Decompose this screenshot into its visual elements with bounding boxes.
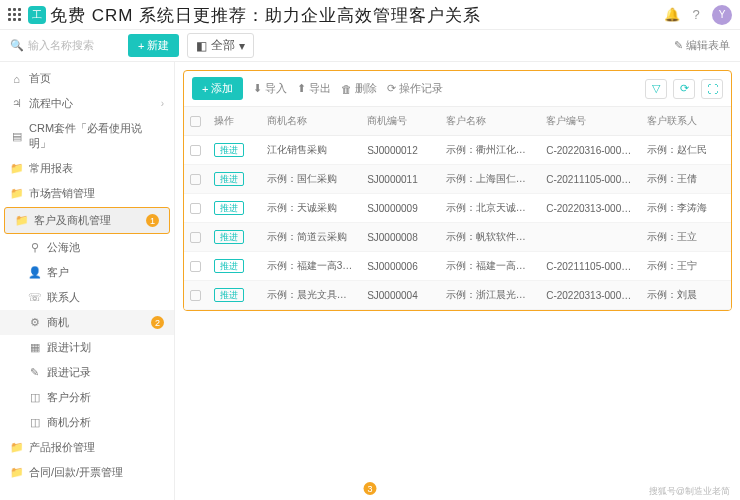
sidebar-item[interactable]: 📁合同/回款/开票管理 bbox=[0, 460, 174, 485]
column-header[interactable]: 客户名称 bbox=[440, 107, 540, 136]
sidebar-item[interactable]: ✎跟进记录 bbox=[0, 360, 174, 385]
sidebar-item[interactable]: ⚲公海池 bbox=[0, 235, 174, 260]
cell-code: SJ0000012 bbox=[361, 136, 440, 165]
sidebar-item-label: 流程中心 bbox=[29, 96, 73, 111]
column-header[interactable]: 商机名称 bbox=[261, 107, 361, 136]
cell-code: SJ0000008 bbox=[361, 223, 440, 252]
page-overlay-title: 免费 CRM 系统日更推荐：助力企业高效管理客户关系 bbox=[50, 4, 481, 27]
cell-contact: 示例：李涛海 bbox=[641, 194, 731, 223]
new-button[interactable]: + 新建 bbox=[128, 34, 179, 57]
folder-icon: 📁 bbox=[10, 466, 23, 479]
column-header[interactable]: 操作 bbox=[208, 107, 261, 136]
row-checkbox[interactable] bbox=[190, 203, 201, 214]
folder-icon: 📁 bbox=[10, 162, 23, 175]
push-button[interactable]: 推进 bbox=[214, 288, 244, 302]
cell-cust: 示例：浙江晨光文具… bbox=[440, 281, 540, 310]
import-button[interactable]: ⬇ 导入 bbox=[253, 81, 287, 96]
table-row[interactable]: 推进示例：福建一高3月订单SJ0000006示例：福建一高集团C-2021110… bbox=[184, 252, 731, 281]
row-checkbox[interactable] bbox=[190, 261, 201, 272]
sidebar-item[interactable]: 📁产品报价管理 bbox=[0, 435, 174, 460]
push-button[interactable]: 推进 bbox=[214, 201, 244, 215]
sidebar-item-label: 常用报表 bbox=[29, 161, 73, 176]
sidebar: ⌂首页♃流程中心›▤CRM套件「必看使用说明」📁常用报表📁市场营销管理📁客户及商… bbox=[0, 62, 175, 500]
column-header[interactable]: 客户编号 bbox=[540, 107, 640, 136]
sidebar-item-label: 客户分析 bbox=[47, 390, 91, 405]
sidebar-item[interactable]: 👤客户 bbox=[0, 260, 174, 285]
add-button[interactable]: + 添加 bbox=[192, 77, 243, 100]
cell-cust: 示例：衢州江化集团 bbox=[440, 136, 540, 165]
cell-contact: 示例：王宁 bbox=[641, 252, 731, 281]
table-row[interactable]: 推进示例：国仁采购SJ0000011示例：上海国仁有限…C-20211105-0… bbox=[184, 165, 731, 194]
edit-form-button[interactable]: ✎ 编辑表单 bbox=[674, 38, 730, 53]
push-button[interactable]: 推进 bbox=[214, 172, 244, 186]
sidebar-item-label: 联系人 bbox=[47, 290, 80, 305]
delete-button[interactable]: 🗑 删除 bbox=[341, 81, 377, 96]
sidebar-item-label: 跟进记录 bbox=[47, 365, 91, 380]
cell-cust-code: C-20220313-0000002 bbox=[540, 194, 640, 223]
log-button[interactable]: ⟳ 操作记录 bbox=[387, 81, 443, 96]
cell-name: 江化销售采购 bbox=[261, 136, 361, 165]
cell-code: SJ0000006 bbox=[361, 252, 440, 281]
cell-name: 示例：国仁采购 bbox=[261, 165, 361, 194]
filter-icon: ◧ bbox=[196, 39, 207, 53]
apps-grid-icon[interactable] bbox=[8, 8, 22, 22]
filter-dropdown[interactable]: ◧ 全部 ▾ bbox=[187, 33, 254, 58]
sidebar-item[interactable]: 📁市场营销管理 bbox=[0, 181, 174, 206]
row-checkbox[interactable] bbox=[190, 290, 201, 301]
cell-cust: 示例：帆软软件有限公司 bbox=[440, 223, 540, 252]
cell-cust: 示例：北京天诚软件… bbox=[440, 194, 540, 223]
sidebar-item[interactable]: ◫客户分析 bbox=[0, 385, 174, 410]
bell-icon[interactable]: 🔔 bbox=[664, 7, 680, 23]
row-checkbox[interactable] bbox=[190, 174, 201, 185]
contact-icon: ☏ bbox=[28, 291, 41, 304]
cell-name: 示例：晨光文具设备… bbox=[261, 281, 361, 310]
search-input[interactable]: 🔍 输入名称搜索 bbox=[10, 38, 120, 53]
column-header[interactable]: 商机编号 bbox=[361, 107, 440, 136]
sidebar-item-label: 首页 bbox=[29, 71, 51, 86]
table-row[interactable]: 推进江化销售采购SJ0000012示例：衢州江化集团C-20220316-000… bbox=[184, 136, 731, 165]
push-button[interactable]: 推进 bbox=[214, 143, 244, 157]
filter-icon-button[interactable]: ▽ bbox=[645, 79, 667, 99]
sidebar-item[interactable]: ▦跟进计划 bbox=[0, 335, 174, 360]
data-table: 操作商机名称商机编号客户名称客户编号客户联系人 推进江化销售采购SJ000001… bbox=[184, 107, 731, 310]
sidebar-item[interactable]: 📁客户及商机管理1 bbox=[4, 207, 170, 234]
folder-icon: 📁 bbox=[10, 441, 23, 454]
select-all-checkbox[interactable] bbox=[190, 116, 201, 127]
row-checkbox[interactable] bbox=[190, 232, 201, 243]
refresh-icon-button[interactable]: ⟳ bbox=[673, 79, 695, 99]
sidebar-item[interactable]: ⚙商机2 bbox=[0, 310, 174, 335]
cell-contact: 示例：刘晨 bbox=[641, 281, 731, 310]
row-checkbox[interactable] bbox=[190, 145, 201, 156]
sidebar-item[interactable]: ♃流程中心› bbox=[0, 91, 174, 116]
cell-code: SJ0000011 bbox=[361, 165, 440, 194]
cell-contact: 示例：王立 bbox=[641, 223, 731, 252]
table-row[interactable]: 推进示例：晨光文具设备…SJ0000004示例：浙江晨光文具…C-2022031… bbox=[184, 281, 731, 310]
sidebar-item[interactable]: ☏联系人 bbox=[0, 285, 174, 310]
push-button[interactable]: 推进 bbox=[214, 259, 244, 273]
sidebar-item[interactable]: 📁常用报表 bbox=[0, 156, 174, 181]
expand-icon-button[interactable]: ⛶ bbox=[701, 79, 723, 99]
chevron-right-icon: › bbox=[161, 98, 164, 109]
chevron-down-icon: ▾ bbox=[239, 39, 245, 53]
table-row[interactable]: 推进示例：简道云采购SJ0000008示例：帆软软件有限公司示例：王立 bbox=[184, 223, 731, 252]
rec-icon: ✎ bbox=[28, 366, 41, 379]
cell-name: 示例：福建一高3月订单 bbox=[261, 252, 361, 281]
sidebar-item-label: 公海池 bbox=[47, 240, 80, 255]
column-header[interactable]: 客户联系人 bbox=[641, 107, 731, 136]
module-badge[interactable]: 工 bbox=[28, 6, 46, 24]
help-icon[interactable]: ? bbox=[688, 7, 704, 23]
export-button[interactable]: ⬆ 导出 bbox=[297, 81, 331, 96]
sidebar-item-label: 产品报价管理 bbox=[29, 440, 95, 455]
sidebar-item[interactable]: ◫商机分析 bbox=[0, 410, 174, 435]
opp-icon: ⚙ bbox=[28, 316, 41, 329]
sidebar-item-label: 市场营销管理 bbox=[29, 186, 95, 201]
ana-icon: ◫ bbox=[28, 391, 41, 404]
main-toolbar: 🔍 输入名称搜索 + 新建 ◧ 全部 ▾ ✎ 编辑表单 bbox=[0, 30, 740, 62]
push-button[interactable]: 推进 bbox=[214, 230, 244, 244]
sidebar-item-label: CRM套件「必看使用说明」 bbox=[29, 121, 164, 151]
table-row[interactable]: 推进示例：天诚采购SJ0000009示例：北京天诚软件…C-20220313-0… bbox=[184, 194, 731, 223]
user-avatar[interactable]: Y bbox=[712, 5, 732, 25]
panel-toolbar: + 添加 ⬇ 导入 ⬆ 导出 🗑 删除 ⟳ 操作记录 ▽ ⟳ ⛶ bbox=[184, 71, 731, 107]
sidebar-item[interactable]: ⌂首页 bbox=[0, 66, 174, 91]
sidebar-item[interactable]: ▤CRM套件「必看使用说明」 bbox=[0, 116, 174, 156]
